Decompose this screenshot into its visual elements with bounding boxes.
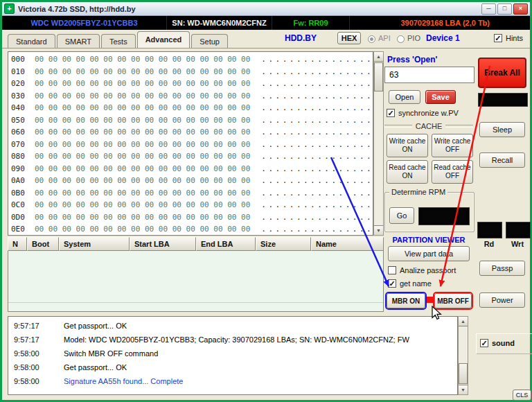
partition-column-n[interactable]: N xyxy=(8,237,27,251)
tab-smart[interactable]: SMART xyxy=(57,34,100,48)
get-name-checkbox-box: ✓ xyxy=(388,279,396,288)
write-cache-off-button[interactable]: Write cache OFF xyxy=(432,134,473,157)
partition-header: NBootSystemStart LBAEnd LBASizeName xyxy=(8,237,384,251)
log-scrollbar[interactable]: ▲ ▼ xyxy=(458,316,468,395)
partition-column-start-lba[interactable]: Start LBA xyxy=(130,237,196,251)
cache-section-header: CACHE xyxy=(384,122,473,130)
hex-viewer[interactable]: 00000 00 00 00 00 00 00 00 00 00 00 00 0… xyxy=(8,51,373,236)
synchronize-checkbox-box: ✓ xyxy=(387,109,395,117)
maximize-button[interactable]: □ xyxy=(497,3,512,15)
hex-scrollbar[interactable]: ▲ ▼ xyxy=(373,51,384,236)
tab-setup[interactable]: Setup xyxy=(191,34,228,48)
window-controls: ─ □ × xyxy=(481,3,528,15)
analize-passport-checkbox-box xyxy=(388,266,396,274)
hex-button[interactable]: HEX xyxy=(337,32,361,44)
hex-row: 01000 00 00 00 00 00 00 00 00 00 00 00 0… xyxy=(11,66,373,78)
read-indicator-display xyxy=(477,222,502,238)
sector-input[interactable] xyxy=(384,67,475,83)
hex-row: 0E000 00 00 00 00 00 00 00 00 00 00 00 0… xyxy=(11,223,373,236)
hex-row: 09000 00 00 00 00 00 00 00 00 00 00 00 0… xyxy=(11,163,373,175)
window-title: Victoria 4.72b SSD, http://hdd.by xyxy=(18,5,481,13)
scroll-up-icon[interactable]: ▲ xyxy=(374,52,383,62)
partition-grid-line xyxy=(8,302,383,303)
log-line: 9:57:17Get passport... OK xyxy=(8,319,457,333)
log-line: 9:58:00Get passport... OK xyxy=(8,360,457,374)
synchronize-checkbox[interactable]: ✓ synchronize w.PV xyxy=(387,109,459,117)
brand-label: HDD.BY xyxy=(285,33,317,43)
hex-rows: 00000 00 00 00 00 00 00 00 00 00 00 00 0… xyxy=(11,53,373,236)
save-button[interactable]: Save xyxy=(425,90,456,104)
get-name-checkbox[interactable]: ✓ get name xyxy=(388,279,432,288)
scroll-down-icon[interactable]: ▼ xyxy=(374,225,383,235)
cls-button[interactable]: CLS xyxy=(513,390,531,401)
api-radio[interactable] xyxy=(368,35,375,43)
passp-button[interactable]: Passp xyxy=(479,261,525,276)
tab-strip: StandardSMARTTestsAdvancedSetup xyxy=(8,31,229,48)
drive-model: WDC WD2005FBYZ-01YCBB3 xyxy=(2,16,167,30)
read-cache-off-button[interactable]: Read cache OFF xyxy=(432,160,473,184)
break-all-button[interactable]: Break All xyxy=(478,58,526,88)
hex-row: 0A000 00 00 00 00 00 00 00 00 00 00 00 0… xyxy=(11,175,373,187)
analize-passport-checkbox[interactable]: Analize passport xyxy=(388,266,456,274)
hex-scroll-thumb[interactable] xyxy=(374,62,383,91)
determine-rpm-label: Determine RPM xyxy=(389,188,447,196)
pio-label: PIO xyxy=(407,34,420,42)
log-line: 9:58:00Signature AA55h found... Complete xyxy=(8,374,457,388)
view-part-data-button[interactable]: View part data xyxy=(388,246,470,261)
drive-capacity: 3907029168 LBA (2,0 Tb) xyxy=(400,16,490,30)
minimize-button[interactable]: ─ xyxy=(481,3,496,15)
recall-button[interactable]: Recall xyxy=(479,152,525,168)
hex-row: 07000 00 00 00 00 00 00 00 00 00 00 00 0… xyxy=(11,139,373,151)
tab-tests[interactable]: Tests xyxy=(101,34,136,48)
partition-column-boot[interactable]: Boot xyxy=(27,237,59,251)
hex-row: 03000 00 00 00 00 00 00 00 00 00 00 00 0… xyxy=(11,90,373,103)
log-scroll-up-icon[interactable]: ▲ xyxy=(459,317,468,326)
hex-row: 08000 00 00 00 00 00 00 00 00 00 00 00 0… xyxy=(11,150,373,163)
mbr-on-button[interactable]: MBR ON xyxy=(387,293,425,308)
hex-row: 0B000 00 00 00 00 00 00 00 00 00 00 00 0… xyxy=(11,187,373,200)
status-led-display xyxy=(478,93,528,107)
tab-standard[interactable]: Standard xyxy=(8,34,55,48)
cache-label: CACHE xyxy=(416,122,443,130)
device-label: Device 1 xyxy=(426,33,460,43)
drive-firmware: Fw: RR09 xyxy=(272,16,350,30)
sleep-button[interactable]: Sleep xyxy=(479,122,525,137)
partition-column-end-lba[interactable]: End LBA xyxy=(196,237,256,251)
rd-label: Rd xyxy=(477,240,501,248)
drive-serial: SN: WD-WMC6N0M2CFNZ xyxy=(167,16,272,30)
write-cache-on-button[interactable]: Write cache ON xyxy=(387,134,428,157)
title-bar[interactable]: + Victoria 4.72b SSD, http://hdd.by ─ □ … xyxy=(2,2,530,16)
hints-checkbox-box: ✓ xyxy=(494,34,502,42)
partition-column-system[interactable]: System xyxy=(59,237,130,251)
hints-checkbox[interactable]: ✓ Hints xyxy=(494,34,523,42)
mbr-off-button[interactable]: MBR OFF xyxy=(434,293,472,308)
sound-checkbox[interactable]: ✓ sound xyxy=(480,339,515,347)
drive-info-bar: WDC WD2005FBYZ-01YCBB3 SN: WD-WMC6N0M2CF… xyxy=(2,16,530,30)
power-button[interactable]: Power xyxy=(479,292,525,308)
sound-checkbox-box: ✓ xyxy=(480,339,488,347)
read-cache-on-button[interactable]: Read cache ON xyxy=(387,160,428,184)
victoria-window: + Victoria 4.72b SSD, http://hdd.by ─ □ … xyxy=(0,0,532,402)
log-line: 9:57:17Model: WDC WD2005FBYZ-01YCBB3; Ca… xyxy=(8,333,457,347)
app-icon: + xyxy=(4,3,15,14)
tab-row: StandardSMARTTestsAdvancedSetup HDD.BY H… xyxy=(2,30,530,49)
partition-column-size[interactable]: Size xyxy=(256,237,311,251)
hex-row: 00000 00 00 00 00 00 00 00 00 00 00 00 0… xyxy=(11,53,373,66)
hex-row: 0C000 00 00 00 00 00 00 00 00 00 00 00 0… xyxy=(11,199,373,211)
press-open-label: Press 'Open' xyxy=(387,55,437,64)
log-scroll-down-icon[interactable]: ▼ xyxy=(459,385,468,394)
close-button[interactable]: × xyxy=(513,3,528,15)
tab-advanced[interactable]: Advanced xyxy=(137,31,190,48)
partition-list[interactable] xyxy=(8,251,384,312)
rpm-go-button[interactable]: Go xyxy=(389,207,414,224)
hex-row: 02000 00 00 00 00 00 00 00 00 00 00 00 0… xyxy=(11,78,373,90)
pio-radio[interactable] xyxy=(397,35,405,43)
log-scroll-thumb[interactable] xyxy=(459,363,468,384)
partition-column-name[interactable]: Name xyxy=(311,237,384,251)
hex-row: 0D000 00 00 00 00 00 00 00 00 00 00 00 0… xyxy=(11,211,373,224)
log-panel[interactable]: 9:57:17Get passport... OK9:57:17Model: W… xyxy=(8,316,458,395)
open-button[interactable]: Open xyxy=(389,90,420,104)
log-line: 9:58:00Switch MBR OFF command xyxy=(8,347,457,360)
log-lines: 9:57:17Get passport... OK9:57:17Model: W… xyxy=(8,319,457,388)
write-indicator-display xyxy=(506,222,531,238)
